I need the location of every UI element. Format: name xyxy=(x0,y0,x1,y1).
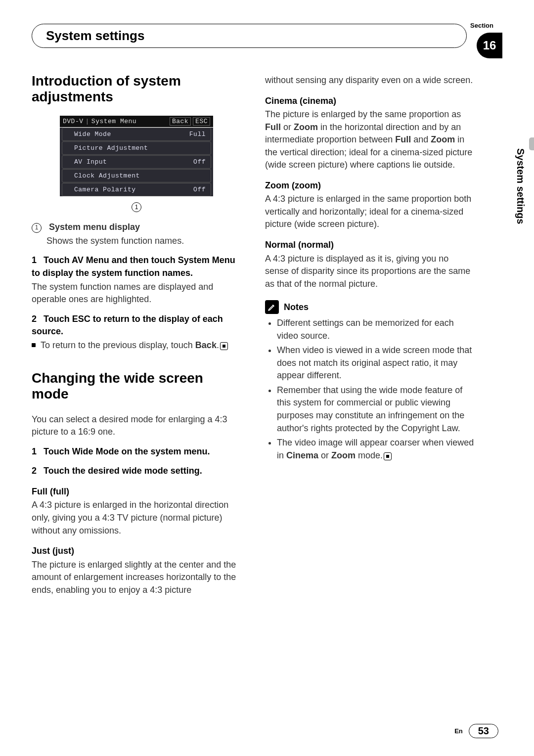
page-footer: En 53 xyxy=(454,724,498,738)
end-mark-icon xyxy=(220,342,228,350)
callout-1-title: System menu display xyxy=(49,222,140,232)
scr-esc-button[interactable]: ESC xyxy=(193,117,210,126)
scr-menu-title: System Menu xyxy=(91,118,136,125)
scr-row-wide-mode[interactable]: Wide ModeFull xyxy=(62,128,211,141)
wide-step2: Touch the desired wide mode setting. xyxy=(44,466,202,476)
scr-row-av-input[interactable]: AV InputOff xyxy=(62,155,211,169)
normal-body: A 4:3 picture is displayed as it is, giv… xyxy=(265,253,475,291)
scr-row-camera-polarity[interactable]: Camera PolarityOff xyxy=(62,183,211,196)
scr-back-button[interactable]: Back xyxy=(170,117,191,126)
note-item: When video is viewed in a wide screen mo… xyxy=(277,344,475,382)
bullet-icon xyxy=(32,343,36,347)
callout-marker-1: 1 xyxy=(132,202,141,212)
back-word: Back xyxy=(195,340,217,350)
step2-body: To return to the previous display, touch xyxy=(41,340,193,350)
system-menu-screenshot: DVD-V | System Menu Back ESC Wide ModeFu… xyxy=(60,116,213,196)
note-item: The video image will appear coarser when… xyxy=(277,437,475,462)
footer-page-number: 53 xyxy=(469,724,498,738)
note-item: Remember that using the wide mode featur… xyxy=(277,384,475,435)
page-header: System settings xyxy=(32,24,467,48)
full-body: A 4:3 picture is enlarged in the horizon… xyxy=(32,499,241,537)
notes-list: Different settings can be memorized for … xyxy=(265,317,475,462)
footer-lang: En xyxy=(454,727,463,735)
zoom-body: A 4:3 picture is enlarged in the same pr… xyxy=(265,193,475,231)
notes-title: Notes xyxy=(284,302,309,312)
scr-row-picture-adjustment[interactable]: Picture Adjustment xyxy=(62,141,211,155)
just-cont: without sensing any disparity even on a … xyxy=(265,74,475,87)
full-heading: Full (full) xyxy=(32,486,241,498)
side-tab-nub xyxy=(529,137,534,150)
callout-1-desc: Shows the system function names. xyxy=(32,235,241,248)
section-number-badge: 16 xyxy=(477,33,502,58)
zoom-heading: Zoom (zoom) xyxy=(265,179,475,192)
section-label: Section xyxy=(470,22,493,29)
normal-heading: Normal (normal) xyxy=(265,239,475,252)
circled-1-icon: 1 xyxy=(32,223,42,233)
cinema-body: The picture is enlarged by the same prop… xyxy=(265,108,475,172)
step2-heading: Touch ESC to return to the display of ea… xyxy=(32,314,223,337)
pencil-icon xyxy=(265,300,279,314)
heading-wide-mode: Changing the wide screen mode xyxy=(32,370,241,402)
wide-intro: You can select a desired mode for enlarg… xyxy=(32,413,241,439)
step1-body: The system function names are displayed … xyxy=(32,281,241,306)
just-heading: Just (just) xyxy=(32,545,241,558)
just-body: The picture is enlarged slightly at the … xyxy=(32,559,241,597)
cinema-heading: Cinema (cinema) xyxy=(265,95,475,108)
heading-intro: Introduction of system adjustments xyxy=(32,73,241,105)
note-item: Different settings can be memorized for … xyxy=(277,317,475,342)
step1-heading: Touch AV Menu and then touch System Menu… xyxy=(32,255,235,278)
side-tab-label: System settings xyxy=(515,148,526,224)
page-title: System settings xyxy=(46,28,452,44)
wide-step1: Touch Wide Mode on the system menu. xyxy=(44,446,210,456)
scr-source: DVD-V xyxy=(63,118,84,125)
scr-row-clock-adjustment[interactable]: Clock Adjustment xyxy=(62,169,211,182)
end-mark-icon xyxy=(384,452,392,460)
